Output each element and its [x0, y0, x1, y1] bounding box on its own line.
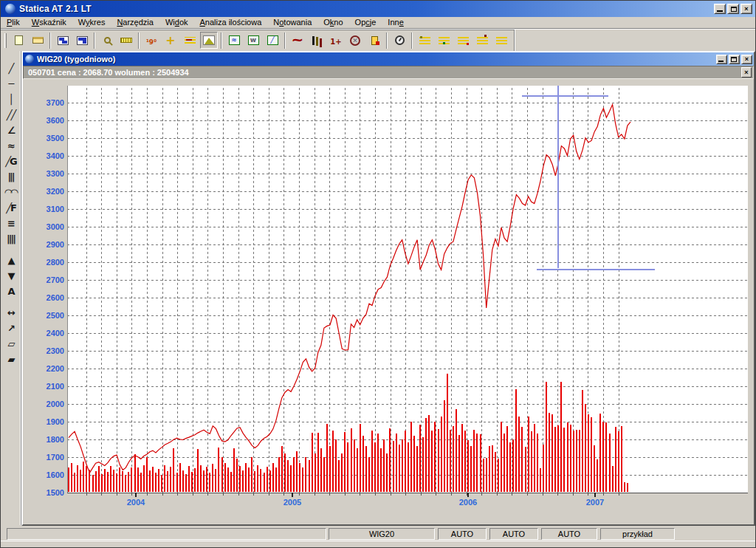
arcs-icon[interactable]: ◠◠ [2, 185, 20, 201]
layout-red-button[interactable] [454, 32, 472, 49]
status-panel-auto: AUTO [489, 528, 538, 540]
chart-window-title-bar[interactable]: WIG20 (tygodniowo) × [23, 52, 754, 66]
menu-item-analiza-ilo-ciowa[interactable]: Analiza ilościowa [194, 17, 268, 28]
tile-button[interactable] [73, 32, 91, 49]
menu-item-wykres[interactable]: Wykres [72, 17, 111, 28]
horizontal-arrow-icon[interactable]: ↔ [2, 306, 20, 321]
horizontal-line-icon[interactable]: ─ [2, 77, 20, 92]
layout-green-button[interactable] [435, 32, 453, 49]
y-axis-label: 3400 [29, 151, 64, 160]
main-title-bar[interactable]: Statica AT 2.1 LT × [1, 1, 755, 17]
new-button[interactable] [10, 32, 27, 49]
timer-button[interactable] [391, 32, 408, 49]
indicator-wave-button[interactable] [225, 32, 243, 49]
layout-plain-button[interactable] [492, 32, 510, 49]
eraser-dark-icon[interactable]: ▰ [2, 352, 20, 368]
pointer-tool-icon[interactable]: ↗ [2, 321, 20, 337]
y-axis-label: 2600 [29, 293, 64, 302]
minimize-button[interactable] [714, 4, 726, 14]
y-axis-label: 1800 [29, 435, 64, 444]
crosshair-button[interactable] [162, 32, 179, 49]
indicator-w-icon [248, 35, 259, 45]
y-axis-label: 3000 [29, 222, 64, 231]
arrow-down-icon[interactable]: ▼ [2, 269, 20, 284]
quote-info-text: 050701 cena : 2068.70 wolumen : 2504934 [28, 66, 189, 78]
chart-minimize-button[interactable] [716, 55, 727, 64]
menu-item-inne[interactable]: Inne [382, 17, 409, 28]
gann-line-icon[interactable]: ╱G [2, 154, 20, 170]
ruler-icon [120, 38, 132, 43]
tile-icon [77, 36, 88, 45]
zigzag-line-icon[interactable]: ≈ [2, 139, 20, 154]
menu-item-wska-nik[interactable]: Wskaźnik [26, 17, 72, 28]
layout-darkred-icon [477, 37, 488, 44]
status-panel-wig20: WIG20 [329, 528, 435, 540]
layout-olive-icon [419, 37, 430, 44]
scale-icon [146, 34, 157, 47]
ruler-button[interactable] [117, 32, 135, 49]
y-axis-label: 2300 [29, 346, 64, 355]
open-button[interactable] [29, 32, 47, 49]
close-button[interactable]: × [740, 4, 752, 14]
menu-item-opcje[interactable]: Opcje [349, 17, 382, 28]
grid-4-lines-icon[interactable]: |||| [2, 232, 20, 247]
candle-chart-button[interactable] [327, 32, 345, 49]
toolbar [1, 30, 755, 51]
text-tool-icon[interactable]: A [2, 284, 20, 300]
eraser-light-icon[interactable]: ▱ [2, 337, 20, 352]
cascade-icon [58, 36, 69, 45]
indicator-w-button[interactable] [244, 32, 262, 49]
quote-info-bar: 050701 cena : 2068.70 wolumen : 2504934 … [23, 66, 754, 79]
vertical-line-icon[interactable]: │ [2, 92, 20, 108]
y-axis-label: 2700 [29, 275, 64, 284]
app-title: Statica AT 2.1 LT [19, 4, 714, 14]
trend-line-icon[interactable]: ╱ [2, 61, 20, 77]
fibonacci-fan-icon[interactable]: ╱F [2, 201, 20, 216]
crosshair-icon [165, 34, 175, 47]
status-panel-auto: AUTO [438, 528, 487, 540]
grid-3-lines-icon[interactable]: ||| [2, 170, 20, 185]
menu-item-okno[interactable]: Okno [317, 17, 348, 28]
cascade-button[interactable] [54, 32, 72, 49]
bar-chart-button[interactable] [308, 32, 326, 49]
y-axis-label: 2500 [29, 311, 64, 320]
menu-item-narz-dzia[interactable]: Narzędzia [111, 17, 159, 28]
volume-button[interactable] [365, 32, 383, 49]
parallel-lines-icon[interactable]: ╱╱ [2, 108, 20, 123]
chart-area[interactable]: 1500160017001800190020002100220023002400… [23, 79, 754, 524]
fan-lines-icon[interactable]: ∠ [2, 123, 20, 139]
arrow-up-icon[interactable]: ▲ [2, 253, 20, 269]
toolbar-gripper[interactable] [4, 33, 7, 48]
area-chart-button[interactable] [200, 32, 218, 49]
indicator-zigzag-icon [267, 35, 278, 45]
chart-maximize-button[interactable] [729, 55, 740, 64]
menu-item-plik[interactable]: Plik [1, 17, 26, 28]
chart-close-button[interactable]: × [741, 55, 752, 64]
price-volume-plot[interactable] [67, 86, 748, 498]
indicator-zigzag-button[interactable] [264, 32, 281, 49]
layout-olive-button[interactable] [416, 32, 433, 49]
zoom-tool-button[interactable] [98, 32, 116, 49]
y-axis-label: 3200 [29, 187, 64, 196]
scale-button[interactable] [142, 32, 160, 49]
levels-button[interactable] [181, 32, 199, 49]
layout-green-icon [439, 37, 450, 44]
chart-window-title: WIG20 (tygodniowo) [37, 55, 715, 64]
disable-button[interactable] [346, 32, 364, 49]
area-chart-icon [203, 35, 215, 45]
menu-item-widok[interactable]: Widok [159, 17, 194, 28]
app-icon [5, 4, 16, 14]
layout-darkred-button[interactable] [473, 32, 491, 49]
restore-button[interactable] [727, 4, 739, 14]
menu-item-notowania[interactable]: Notowania [267, 17, 317, 28]
x-axis-label: 2005 [276, 498, 309, 507]
line-chart-icon [292, 34, 304, 47]
info-close-icon[interactable]: × [741, 67, 752, 78]
fibonacci-retracement-icon[interactable]: ≡ [2, 216, 20, 232]
y-axis-label: 2100 [29, 382, 64, 391]
open-icon [32, 37, 44, 44]
line-chart-button[interactable] [289, 32, 306, 49]
y-axis-label: 3100 [29, 205, 64, 213]
x-axis-label: 2007 [579, 498, 611, 507]
y-axis-label: 2800 [29, 258, 64, 267]
